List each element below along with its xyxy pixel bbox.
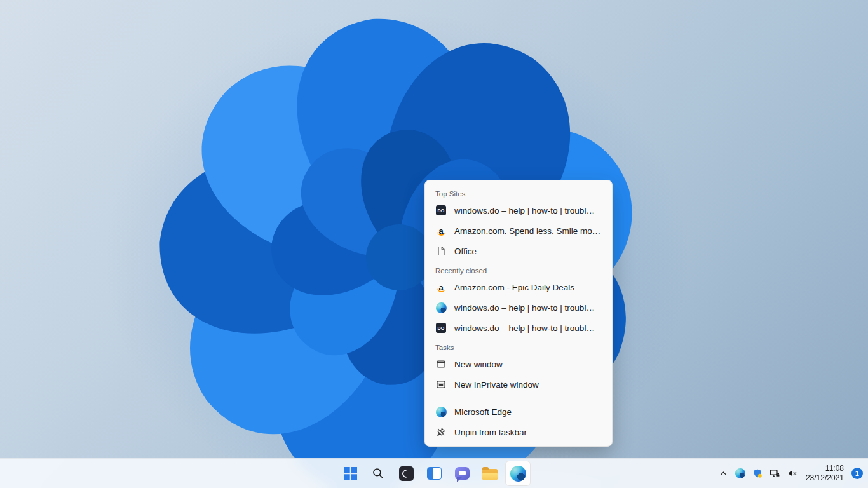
amazon-favicon-icon: a xyxy=(435,225,447,236)
edge-tray-icon xyxy=(735,468,745,478)
edge-icon xyxy=(435,302,447,313)
jumplist-item-label: Unpin from taskbar xyxy=(454,428,602,437)
jumplist-item[interactable]: Office xyxy=(425,241,612,261)
search-button[interactable] xyxy=(365,461,391,486)
jumplist-item[interactable]: Microsoft Edge xyxy=(425,402,612,422)
jumplist-item[interactable]: DOwindows.do – help | how-to | troubl… xyxy=(425,200,612,220)
jumplist-item-label: Amazon.com - Epic Daily Deals xyxy=(454,283,602,292)
jumplist-divider xyxy=(425,398,612,398)
edge-jumplist: Top SitesDOwindows.do – help | how-to | … xyxy=(424,180,613,447)
jumplist-section-title: Recently closed xyxy=(425,261,612,277)
unpin-icon xyxy=(435,426,447,438)
start-button[interactable] xyxy=(337,461,363,486)
jumplist-item-label: windows.do – help | how-to | troubl… xyxy=(454,323,602,333)
jumplist-item-label: windows.do – help | how-to | troubl… xyxy=(454,303,602,313)
taskbar-center-group xyxy=(337,461,531,486)
jumplist-section-title: Top Sites xyxy=(425,184,612,200)
page-icon xyxy=(435,245,447,257)
security-shield-icon xyxy=(752,468,763,478)
task-view-button[interactable] xyxy=(421,461,447,486)
notification-count-badge[interactable]: 1 xyxy=(851,468,863,479)
taskbar: 11:08 23/12/2021 1 xyxy=(0,458,868,488)
chat-button[interactable] xyxy=(449,461,475,486)
search-icon xyxy=(372,467,384,480)
jumplist-footer: Microsoft EdgeUnpin from taskbar xyxy=(425,402,612,442)
jumplist-item-label: Amazon.com. Spend less. Smile more. xyxy=(454,226,602,236)
jumplist-item[interactable]: windows.do – help | how-to | troubl… xyxy=(425,297,612,318)
edge-tray-button[interactable] xyxy=(732,462,749,485)
edge-icon xyxy=(510,466,526,482)
desktop: { "jumplist": { "do_icon_text": "DO", "a… xyxy=(0,0,868,488)
tray-overflow-button[interactable] xyxy=(715,462,731,485)
jumplist-item[interactable]: New InPrivate window xyxy=(425,374,612,395)
volume-tray-button[interactable] xyxy=(784,462,801,485)
dark-app-button[interactable] xyxy=(393,461,419,486)
clock[interactable]: 11:08 23/12/2021 xyxy=(801,462,848,485)
tray-date: 23/12/2021 xyxy=(806,473,844,483)
new-window-icon xyxy=(435,358,447,370)
windows-do-favicon-icon: DO xyxy=(435,205,447,216)
jumplist-item[interactable]: aAmazon.com. Spend less. Smile more. xyxy=(425,220,612,241)
dark-app-icon xyxy=(399,466,414,481)
chat-icon xyxy=(455,467,470,480)
jumplist-item-label: New InPrivate window xyxy=(454,380,602,390)
jumplist-item[interactable]: New window xyxy=(425,354,612,374)
folder-icon xyxy=(482,469,498,480)
edge-icon xyxy=(435,406,447,417)
system-tray: 11:08 23/12/2021 1 xyxy=(715,459,865,488)
volume-mute-icon xyxy=(787,468,797,478)
network-icon xyxy=(770,468,780,478)
tray-time: 11:08 xyxy=(806,464,844,473)
jumplist-section-title: Tasks xyxy=(425,338,612,354)
task-view-icon xyxy=(427,467,442,480)
jumplist-item[interactable]: Unpin from taskbar xyxy=(425,422,612,442)
amazon-favicon-icon: a xyxy=(435,281,447,293)
file-explorer-button[interactable] xyxy=(477,461,503,486)
jumplist-item-label: New window xyxy=(454,360,602,369)
jumplist-sections: Top SitesDOwindows.do – help | how-to | … xyxy=(425,184,612,395)
network-tray-button[interactable] xyxy=(766,462,783,485)
edge-taskbar-button[interactable] xyxy=(505,461,531,486)
jumplist-item-label: Microsoft Edge xyxy=(454,407,602,417)
chevron-up-icon xyxy=(719,469,728,478)
jumplist-item-label: Office xyxy=(454,247,602,256)
inprivate-icon xyxy=(435,379,447,390)
windows-do-favicon-icon: DO xyxy=(435,322,447,334)
jumplist-item[interactable]: DOwindows.do – help | how-to | troubl… xyxy=(425,318,612,338)
jumplist-item[interactable]: aAmazon.com - Epic Daily Deals xyxy=(425,277,612,297)
windows-logo-icon xyxy=(344,467,357,480)
jumplist-item-label: windows.do – help | how-to | troubl… xyxy=(454,206,602,215)
security-tray-button[interactable] xyxy=(749,462,766,485)
